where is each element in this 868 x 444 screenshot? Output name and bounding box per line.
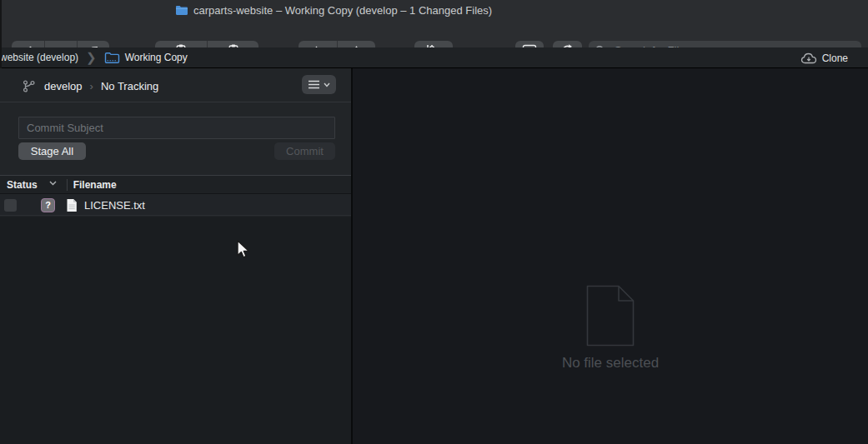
empty-state: No file selected: [353, 68, 868, 444]
breadcrumb-repo[interactable]: website (develop): [0, 52, 78, 63]
stage-all-button[interactable]: Stage All: [18, 142, 86, 160]
commit-subject-input[interactable]: [18, 117, 335, 139]
working-copy-folder-icon: [104, 52, 120, 64]
breadcrumb-bar: website (develop) ❯ Working Copy Clone: [0, 47, 868, 68]
app-window: carparts-website – Working Copy (develop…: [0, 0, 868, 444]
breadcrumb-chevron-icon: ❯: [86, 50, 97, 65]
view-options-button[interactable]: [302, 75, 336, 94]
chevron-down-icon: [324, 82, 330, 87]
empty-document-icon: [586, 285, 635, 347]
file-table-header: Status Filename: [0, 175, 351, 194]
changes-panel: develop › No Tracking Stage All Commit S…: [0, 68, 351, 444]
breadcrumb-location[interactable]: Working Copy: [125, 52, 188, 63]
title-bar: carparts-website – Working Copy (develop…: [0, 0, 868, 20]
git-branch-icon: [22, 79, 36, 93]
status-column-header[interactable]: Status: [7, 179, 38, 191]
folder-icon: [175, 5, 188, 16]
detail-panel: No file selected: [353, 68, 868, 444]
cloud-download-icon: [800, 52, 817, 64]
branch-chevron-icon: ›: [90, 80, 93, 92]
clone-button[interactable]: Clone: [800, 47, 848, 68]
no-file-selected-message: No file selected: [562, 355, 659, 372]
commit-button[interactable]: Commit: [274, 142, 335, 160]
window-left-edge: [0, 0, 2, 68]
list-view-icon: [308, 80, 320, 89]
file-list-empty-area: [0, 217, 351, 444]
toolbar: [0, 20, 868, 47]
untracked-status-badge: ?: [41, 198, 55, 212]
document-icon: [66, 198, 78, 212]
clone-label: Clone: [822, 52, 848, 64]
branch-header: develop › No Tracking: [0, 70, 351, 102]
column-divider[interactable]: [67, 179, 68, 191]
current-branch[interactable]: develop: [44, 80, 83, 92]
file-name: LICENSE.txt: [84, 199, 145, 212]
header-divider: [0, 102, 351, 102]
sort-chevron-icon[interactable]: [49, 181, 57, 186]
window-title: carparts-website – Working Copy (develop…: [193, 4, 492, 17]
window-title-container: carparts-website – Working Copy (develop…: [0, 0, 667, 20]
filename-column-header[interactable]: Filename: [73, 179, 117, 191]
stage-checkbox[interactable]: [4, 199, 17, 212]
file-row[interactable]: ? LICENSE.txt: [0, 195, 351, 216]
tracking-status[interactable]: No Tracking: [101, 80, 158, 92]
